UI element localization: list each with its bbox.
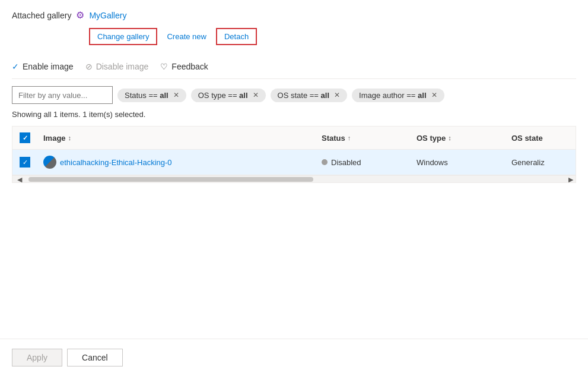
td-checkbox[interactable]: ✓ <box>12 150 36 175</box>
th-status-label: Status <box>322 134 345 143</box>
enable-image-button[interactable]: ✓ Enable image <box>12 59 74 74</box>
filter-section: Status == all ✕ OS type == all ✕ OS stat… <box>12 86 576 104</box>
os-type-value: Windows <box>417 158 448 167</box>
table-header: ✓ Image ↕ Status ↑ OS type ↕ OS state <box>12 127 576 150</box>
row-checkbox-check-icon: ✓ <box>23 159 28 166</box>
table-row: ✓ ethicalhacking-Ethical-Hacking-0 Disab… <box>12 150 576 175</box>
change-gallery-button[interactable]: Change gallery <box>89 28 157 45</box>
image-author-filter-chip: Image author == all ✕ <box>352 89 444 102</box>
disable-image-button[interactable]: ⊘ Disable image <box>85 59 149 74</box>
image-author-filter-close[interactable]: ✕ <box>431 91 437 99</box>
td-os-type: Windows <box>409 150 504 175</box>
status-filter-close[interactable]: ✕ <box>173 91 179 99</box>
image-sort-icon[interactable]: ↕ <box>68 134 72 141</box>
toolbar: ✓ Enable image ⊘ Disable image ♡ Feedbac… <box>12 55 576 79</box>
enable-image-label: Enable image <box>23 62 74 71</box>
gallery-icon: ⚙ <box>76 10 84 21</box>
check-icon: ✓ <box>12 62 19 71</box>
os-state-filter-chip: OS state == all ✕ <box>271 89 347 102</box>
create-new-button[interactable]: Create new <box>160 29 213 45</box>
os-type-filter-chip: OS type == all ✕ <box>191 89 266 102</box>
actions-row: Change gallery Create new Detach <box>89 28 576 45</box>
td-os-state: Generaliz <box>504 150 576 175</box>
os-type-sort-icon[interactable]: ↕ <box>448 134 452 141</box>
th-checkbox: ✓ <box>12 127 36 149</box>
os-type-filter-close[interactable]: ✕ <box>253 91 259 99</box>
th-os-state-label: OS state <box>511 134 543 143</box>
td-image-name: ethicalhacking-Ethical-Hacking-0 <box>36 150 314 175</box>
status-line: Showing all 1 items. 1 item(s) selected. <box>12 110 576 119</box>
scrollbar-track[interactable] <box>28 177 313 182</box>
th-os-type: OS type ↕ <box>409 127 504 149</box>
os-state-value: Generaliz <box>511 158 545 167</box>
image-name-link[interactable]: ethicalhacking-Ethical-Hacking-0 <box>60 158 172 167</box>
heart-icon: ♡ <box>160 62 168 71</box>
disable-image-label: Disable image <box>96 62 149 71</box>
th-os-state: OS state <box>504 127 576 149</box>
detach-button[interactable]: Detach <box>216 28 257 45</box>
status-filter-chip: Status == all ✕ <box>117 89 186 102</box>
horizontal-scrollbar[interactable]: ◀ ▶ <box>12 175 576 182</box>
checkbox-check-icon: ✓ <box>23 134 28 142</box>
th-os-type-label: OS type <box>417 134 446 143</box>
th-image: Image ↕ <box>36 127 314 149</box>
feedback-button[interactable]: ♡ Feedback <box>160 59 208 74</box>
row-checkbox[interactable]: ✓ <box>20 157 30 168</box>
scroll-right-arrow[interactable]: ▶ <box>568 176 573 182</box>
os-type-filter-label: OS type == all <box>198 91 248 100</box>
status-filter-label: Status == all <box>125 91 169 100</box>
status-dot-icon <box>322 159 328 165</box>
disable-icon: ⊘ <box>85 62 93 71</box>
th-status: Status ↑ <box>314 127 409 149</box>
attached-gallery-label: Attached gallery <box>12 11 71 20</box>
filter-input[interactable] <box>12 86 113 104</box>
os-state-filter-label: OS state == all <box>278 91 329 100</box>
data-table: ✓ Image ↕ Status ↑ OS type ↕ OS state <box>12 126 576 183</box>
feedback-label: Feedback <box>171 62 208 71</box>
gallery-name: MyGallery <box>89 11 126 20</box>
td-status: Disabled <box>314 150 409 175</box>
status-value: Disabled <box>331 158 361 167</box>
image-thumbnail <box>43 156 56 169</box>
header-checkbox[interactable]: ✓ <box>20 132 30 143</box>
footer: Apply Cancel <box>0 339 588 376</box>
header-section: Attached gallery ⚙ MyGallery <box>12 10 576 21</box>
apply-button[interactable]: Apply <box>12 349 62 366</box>
scroll-left-arrow[interactable]: ◀ <box>17 176 22 182</box>
image-author-filter-label: Image author == all <box>359 91 426 100</box>
cancel-button[interactable]: Cancel <box>67 349 123 366</box>
os-state-filter-close[interactable]: ✕ <box>334 91 340 99</box>
status-sort-icon[interactable]: ↑ <box>348 134 351 141</box>
th-image-label: Image <box>43 134 66 143</box>
